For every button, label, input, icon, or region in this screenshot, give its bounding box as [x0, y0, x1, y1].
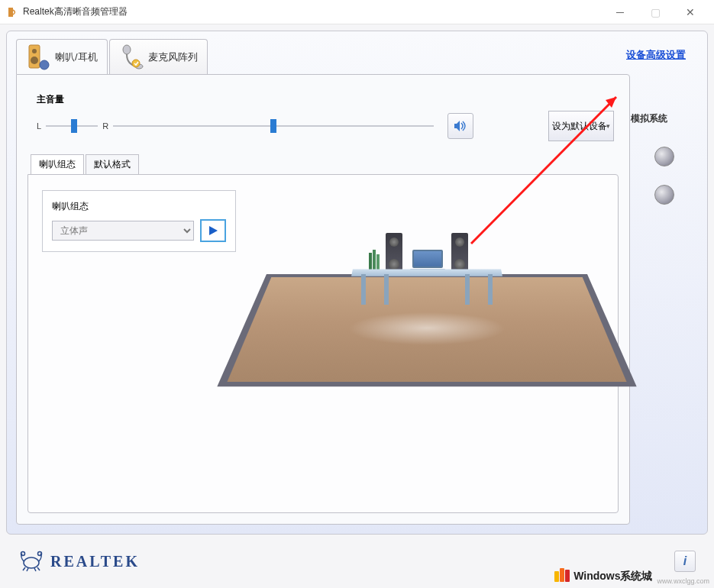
dropdown-caret-icon: ▾ [606, 122, 610, 130]
desk-graphic [352, 242, 502, 296]
watermark-url: www.wxclgg.com [657, 577, 709, 585]
mic-tab-icon [119, 44, 144, 71]
window-title: Realtek高清晰音频管理器 [23, 5, 603, 18]
set-default-device-button[interactable]: 设为默认设备 ▾ [548, 111, 614, 141]
subtabs: 喇叭组态 默认格式 [31, 154, 619, 174]
main-frame: 喇叭/耳机 麦克风阵列 设备高级设置 主音量 L [0, 24, 714, 588]
room-illustration [251, 183, 603, 465]
svg-point-6 [132, 60, 140, 67]
device-tabs: 喇叭/耳机 麦克风阵列 [16, 39, 208, 74]
volume-label: 主音量 [37, 93, 614, 106]
info-icon: i [683, 554, 687, 568]
speaker-config-label: 喇叭组态 [52, 200, 226, 213]
sidebar-title: 模拟系统 [631, 112, 698, 125]
svg-point-4 [123, 45, 131, 54]
watermark-bars-icon [554, 568, 570, 585]
speaker-config-select[interactable]: 立体声 [52, 221, 194, 241]
advanced-settings-link[interactable]: 设备高级设置 [626, 48, 686, 62]
minimize-button[interactable]: ─ [603, 1, 638, 24]
tab-mic-label: 麦克风阵列 [148, 50, 198, 64]
volume-row: L R 设为默认设备 ▾ [37, 111, 614, 141]
svg-point-12 [38, 552, 42, 556]
maximize-button: ▢ [638, 1, 673, 24]
svg-point-10 [24, 557, 39, 568]
svg-point-2 [31, 57, 38, 64]
speaker-sound-icon [453, 118, 468, 134]
subtab-area: 喇叭组态 默认格式 喇叭组态 立体声 [27, 154, 619, 513]
tab-speaker[interactable]: 喇叭/耳机 [16, 39, 108, 74]
mute-button[interactable] [447, 113, 473, 139]
right-channel-label: R [102, 121, 108, 131]
main-volume-slider[interactable] [113, 119, 434, 133]
svg-point-11 [21, 552, 25, 556]
volume-section: 主音量 L R 设为默认设备 ▾ [37, 93, 614, 141]
close-button[interactable]: ✕ [673, 1, 708, 24]
sidebar-analog: 模拟系统 [631, 74, 698, 525]
svg-marker-9 [209, 226, 218, 235]
subtab-speaker-config[interactable]: 喇叭组态 [31, 154, 84, 174]
books-graphic [369, 250, 383, 270]
play-icon [207, 225, 219, 237]
content-panel: 主音量 L R 设为默认设备 ▾ [16, 74, 630, 525]
window-controls: ─ ▢ ✕ [603, 1, 708, 24]
subtab-default-format[interactable]: 默认格式 [86, 154, 139, 174]
balance-slider[interactable] [46, 119, 98, 133]
outer-panel: 喇叭/耳机 麦克风阵列 设备高级设置 主音量 L [6, 31, 708, 535]
play-test-button[interactable] [200, 219, 226, 242]
subtab-panel: 喇叭组态 立体声 [27, 174, 619, 513]
speaker-config-box: 喇叭组态 立体声 [42, 190, 236, 252]
analog-jack-1[interactable] [654, 147, 674, 166]
speaker-tab-icon [26, 44, 50, 71]
realtek-logo: REALTEK [18, 551, 140, 572]
watermark-text: Windows系统城 [573, 570, 652, 583]
tab-speaker-label: 喇叭/耳机 [55, 50, 98, 64]
tab-microphone[interactable]: 麦克风阵列 [109, 39, 208, 74]
window-titlebar: Realtek高清晰音频管理器 ─ ▢ ✕ [0, 0, 714, 24]
app-icon [6, 6, 18, 18]
svg-point-3 [40, 60, 49, 69]
svg-point-1 [32, 49, 37, 53]
watermark: Windows系统城 www.wxclgg.com [554, 568, 709, 585]
analog-jack-2[interactable] [654, 185, 674, 205]
realtek-crab-icon [18, 551, 44, 572]
left-channel-label: L [37, 121, 41, 131]
set-default-label: 设为默认设备 [552, 120, 607, 133]
brand-text: REALTEK [50, 553, 140, 570]
